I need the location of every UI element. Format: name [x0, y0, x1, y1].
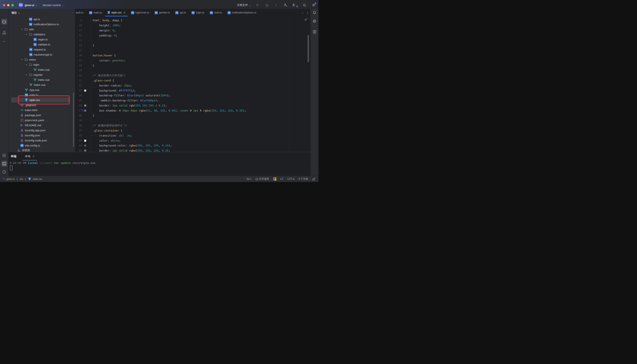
breadcrumb-dir[interactable]: src: [20, 178, 23, 180]
code-line-23[interactable]: 23 background: #ffffff12;: [75, 88, 310, 93]
code-line-18[interactable]: 18}: [75, 63, 310, 68]
settings-gear-icon[interactable]: [311, 3, 316, 7]
lock-open-icon[interactable]: [312, 177, 315, 180]
tree-item-index.vue[interactable]: index.vue: [9, 82, 75, 87]
window-controls[interactable]: [3, 4, 14, 6]
color-preview-chips[interactable]: [75, 110, 86, 112]
terminal-tab-local[interactable]: 本地 ✕: [22, 152, 37, 160]
maximize-window-icon[interactable]: [11, 4, 14, 6]
code-line-19[interactable]: 19: [75, 68, 310, 73]
project-menu[interactable]: glow-ui ⌄: [25, 4, 37, 7]
code-line-24[interactable]: 24 backdrop-filter: blur(80px) saturate(…: [75, 93, 310, 98]
code-line-30[interactable]: 30/* 玻璃的通用容器样式 */: [75, 123, 310, 128]
code-line-14[interactable]: 14}: [75, 43, 310, 48]
code-line-25[interactable]: 25 -webkit-backdrop-filter: blur(60px);: [75, 98, 310, 103]
version-control-menu[interactable]: Version control ⌄: [43, 4, 63, 7]
tab-list-chevron-icon[interactable]: ⌄: [301, 11, 304, 14]
more-actions-button[interactable]: ⋮: [274, 3, 279, 7]
run-config-selector[interactable]: 当前文件 ⌄: [237, 3, 251, 7]
editor-tab-loginUser.ts[interactable]: TSloginUser.ts: [128, 9, 152, 16]
project-panel-header[interactable]: 项目 ⌄: [9, 9, 75, 16]
color-preview-chips[interactable]: [75, 90, 86, 92]
color-preview-chips[interactable]: [75, 150, 86, 152]
breadcrumb-file[interactable]: style.css: [33, 178, 42, 180]
run-button[interactable]: [255, 3, 260, 7]
project-badge[interactable]: GU: [19, 3, 23, 7]
code-line-29[interactable]: 29: [75, 118, 310, 123]
minimize-window-icon[interactable]: [7, 4, 10, 6]
tree-item-login[interactable]: login: [9, 62, 75, 67]
breadcrumb-project[interactable]: glow-ui: [7, 178, 15, 180]
microsoft-logo-icon[interactable]: [273, 177, 276, 180]
code-line-10[interactable]: 10 height: 100%;: [75, 23, 310, 28]
tree-item-register[interactable]: register: [9, 72, 75, 77]
code-line-35[interactable]: 35 border: 1px solid rgba(255, 255, 255,…: [75, 148, 310, 152]
code-line-12[interactable]: 12 padding: 0;: [75, 33, 310, 38]
indent-setting[interactable]: 4 个空格: [299, 177, 308, 181]
dictionary-tool-icon[interactable]: A: [312, 29, 317, 35]
editor-tab-style.css[interactable]: 3style.css✕: [105, 9, 128, 16]
code-line-9[interactable]: 9html, body, #app {: [75, 18, 310, 23]
tree-item-外部库[interactable]: 外部库: [9, 148, 75, 152]
tree-item-validate.ts[interactable]: TSvalidate.ts: [9, 42, 75, 47]
tree-item-App.vue[interactable]: App.vue: [9, 87, 75, 92]
code-line-26[interactable]: 26 border: 2px solid rgb(255 255 255 / 0…: [75, 103, 310, 108]
code-editor[interactable]: 9html, body, #app {10 height: 100%;11 ma…: [75, 16, 310, 152]
editor-tab-user.ts[interactable]: TSuser.ts: [207, 9, 225, 16]
tab-options-kebab-icon[interactable]: ⋮: [306, 11, 309, 14]
services-tool-button[interactable]: [1, 152, 7, 158]
tree-item-regex.ts[interactable]: TSregex.ts: [9, 37, 75, 42]
editor-scrollbar[interactable]: [308, 35, 309, 62]
translate-icon[interactable]: 文A: [292, 3, 297, 7]
tree-item-README.md[interactable]: M↓README.md: [9, 123, 75, 128]
code-line-15[interactable]: 15: [75, 48, 310, 53]
editor-tab-login.ts[interactable]: TSlogin.ts: [189, 9, 207, 16]
tree-item-package.json[interactable]: {}package.json: [9, 112, 75, 118]
tree-item-pnpm-lock.yaml[interactable]: Ypnpm-lock.yaml: [9, 118, 75, 123]
code-line-11[interactable]: 11 margin: 0;: [75, 28, 310, 33]
caret-position[interactable]: 54:1: [247, 178, 252, 180]
tree-item-views[interactable]: views: [9, 57, 75, 62]
close-icon[interactable]: ✕: [33, 155, 35, 158]
debug-button[interactable]: [265, 3, 269, 7]
editor-tab-gender.ts[interactable]: TSgender.ts: [152, 9, 172, 16]
terminal-title[interactable]: 终端: [11, 154, 17, 158]
file-encoding[interactable]: UTF-8: [287, 178, 295, 180]
tree-item-tsconfig.node.json[interactable]: {}tsconfig.node.json: [9, 138, 75, 143]
tree-item-tsconfig.app.json[interactable]: {}tsconfig.app.json: [9, 128, 75, 133]
tree-item-api.ts[interactable]: TSapi.ts: [9, 16, 75, 22]
code-line-20[interactable]: 20/* 液态玻璃卡片样式是*/: [75, 73, 310, 78]
code-line-22[interactable]: 22 border-radius: 25px;: [75, 83, 310, 88]
problems-tool-button[interactable]: [1, 169, 7, 175]
close-window-icon[interactable]: [3, 4, 5, 6]
tree-item-index.vue[interactable]: index.vue: [9, 77, 75, 82]
code-line-16[interactable]: 16button:hover {: [75, 53, 310, 58]
tree-item-vite.config.ts[interactable]: TSvite.config.ts: [9, 143, 75, 148]
ai-assistant-icon[interactable]: [312, 18, 317, 24]
tree-item-validators[interactable]: validators: [9, 32, 75, 37]
code-line-33[interactable]: 33 color: white;: [75, 138, 310, 143]
tree-scrollbar[interactable]: [73, 92, 74, 147]
tree-item-rsaJsencrypt.ts[interactable]: TSrsaJsencrypt.ts: [9, 52, 75, 57]
code-line-32[interactable]: 32 transition: all .3s;: [75, 133, 310, 138]
code-with-me-icon[interactable]: [283, 3, 288, 7]
code-line-17[interactable]: 17 cursor: pointer;: [75, 58, 310, 63]
color-preview-chips[interactable]: [75, 144, 86, 146]
breadcrumbs[interactable]: glow-ui ❯ src ❯ 3 style.css: [3, 177, 42, 180]
language-service[interactable]: { } 语言服务: [256, 177, 269, 181]
notifications-bell-icon[interactable]: [312, 10, 317, 16]
tree-item-index.html[interactable]: <>index.html: [9, 108, 75, 112]
search-icon[interactable]: [302, 3, 307, 7]
code-line-21[interactable]: 21.glass-card {: [75, 78, 310, 83]
color-preview-chips[interactable]: [75, 104, 86, 106]
terminal-tool-button[interactable]: [1, 161, 7, 167]
editor-tab-notificationOptions.ts[interactable]: TSnotificationOptions.ts: [225, 9, 259, 16]
tree-item-tsconfig.json[interactable]: {}tsconfig.json: [9, 133, 75, 138]
inspections-ok-icon[interactable]: [304, 18, 307, 20]
structure-tool-button[interactable]: [1, 30, 7, 36]
more-tools-button[interactable]: …: [1, 38, 7, 44]
line-separator[interactable]: LF: [280, 178, 283, 180]
tree-item-request.ts[interactable]: TSrequest.ts: [9, 47, 75, 52]
editor-tab-auth.ts[interactable]: auth.ts: [75, 9, 86, 16]
tree-item-notificationOptions.ts[interactable]: TSnotificationOptions.ts: [9, 22, 75, 27]
